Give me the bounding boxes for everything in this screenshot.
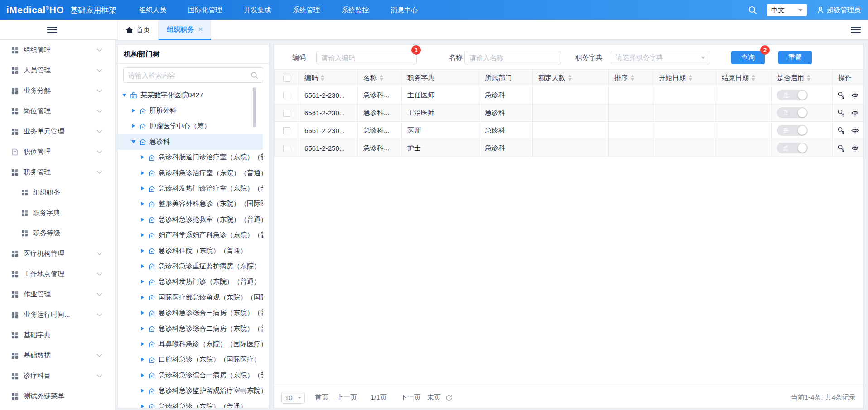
- close-icon[interactable]: ×: [198, 25, 203, 33]
- caret-collapsed-icon[interactable]: [140, 295, 145, 300]
- tab-home[interactable]: 首页: [117, 20, 159, 40]
- sidebar-item-biz-unit-mgmt[interactable]: 业务单元管理: [0, 121, 115, 142]
- caret-collapsed-icon[interactable]: [131, 124, 135, 129]
- col-header-end-date[interactable]: 结束日期: [722, 74, 749, 82]
- tree-node-dept[interactable]: 急诊科发热门诊治疗室（东院）（普通）: [118, 181, 263, 196]
- tree-node-hospital[interactable]: 某某数字化医院0427: [118, 87, 263, 103]
- detail-search-icon[interactable]: [837, 127, 845, 134]
- sidebar-item-biz-decompose[interactable]: 业务分解: [0, 81, 115, 101]
- sort-icon[interactable]: [321, 75, 324, 81]
- caret-collapsed-icon[interactable]: [140, 388, 145, 393]
- code-filter-input[interactable]: [316, 51, 417, 64]
- tree-search-input[interactable]: [128, 72, 251, 79]
- view-icon[interactable]: [851, 109, 859, 117]
- caret-collapsed-icon[interactable]: [140, 326, 145, 331]
- sidebar-item-medical-org-mgmt[interactable]: 医疗机构管理: [0, 243, 115, 264]
- table-row[interactable]: 6561-2-230... 急诊科... 医师 急诊科 是: [275, 122, 863, 139]
- top-menu-item-org-person[interactable]: 组织人员: [128, 0, 177, 20]
- tree-node-dept[interactable]: 急诊科急诊（东院）（普通）: [118, 399, 263, 408]
- tab-org-position[interactable]: 组织职务 ×: [159, 20, 211, 40]
- sidebar-collapse-icon[interactable]: [47, 27, 57, 33]
- row-checkbox[interactable]: [283, 127, 290, 134]
- caret-collapsed-icon[interactable]: [140, 342, 145, 347]
- tree-node-dept[interactable]: 急诊科急诊综合二病房（东院）（普通）: [118, 321, 263, 336]
- sidebar-item-position-mgmt[interactable]: 职位管理: [0, 142, 115, 162]
- enabled-toggle[interactable]: 是: [777, 107, 808, 118]
- top-menu-item-i18n[interactable]: 国际化管理: [177, 0, 233, 20]
- caret-collapsed-icon[interactable]: [140, 264, 145, 269]
- enabled-toggle[interactable]: 是: [777, 143, 808, 153]
- tree-node-dept[interactable]: 急诊科发热门诊（东院）（普通）: [118, 274, 263, 290]
- sidebar-item-base-data[interactable]: 基础数据: [0, 345, 115, 366]
- sidebar-item-person-mgmt[interactable]: 人员管理: [0, 60, 115, 81]
- tree-node-dept[interactable]: 急诊科急诊综合三病房（东院）（普通）: [118, 305, 263, 320]
- caret-collapsed-icon[interactable]: [140, 248, 145, 253]
- sidebar-item-test-external-link[interactable]: 测试外链菜单: [0, 386, 115, 406]
- col-header-start-date[interactable]: 开始日期: [659, 74, 686, 82]
- row-checkbox[interactable]: [283, 92, 290, 99]
- caret-collapsed-icon[interactable]: [140, 404, 145, 408]
- sidebar-item-duty-dict[interactable]: 职务字典: [0, 203, 115, 223]
- search-icon[interactable]: [748, 5, 757, 14]
- view-icon[interactable]: [851, 91, 859, 99]
- name-filter-input[interactable]: [464, 51, 561, 64]
- sidebar-item-workplace-mgmt[interactable]: 工作地点管理: [0, 264, 115, 284]
- detail-search-icon[interactable]: [837, 144, 845, 152]
- prev-page-link[interactable]: 上一页: [337, 393, 357, 402]
- tree-node-dept[interactable]: 急诊科急诊抢救室（东院）（普通）: [118, 212, 263, 227]
- tree-node-dept[interactable]: 妇产科学系妇产科急诊（东院）（普通）: [118, 228, 263, 243]
- tree-node-dept[interactable]: 肿瘤医学中心（筹）: [118, 119, 263, 134]
- language-select[interactable]: 中文: [767, 4, 807, 16]
- caret-collapsed-icon[interactable]: [140, 373, 145, 378]
- table-row[interactable]: 6561-2-230... 急诊科... 主治医师 急诊科 是: [275, 104, 863, 122]
- tree-horizontal-scrollbar[interactable]: [239, 389, 247, 392]
- tree-node-dept[interactable]: 急诊科肠道门诊治疗室（东院）（普通）: [118, 150, 263, 165]
- top-menu-item-message[interactable]: 消息中心: [380, 0, 429, 20]
- sort-icon[interactable]: [752, 75, 755, 81]
- table-row[interactable]: 6561-2-230... 急诊科... 主任医师 急诊科 是: [275, 86, 863, 104]
- search-button[interactable]: 查询: [731, 51, 765, 64]
- caret-collapsed-icon[interactable]: [140, 357, 145, 362]
- caret-expanded-icon[interactable]: [131, 140, 136, 144]
- tree-node-dept[interactable]: 急诊科急诊重症监护病房（东院）: [118, 258, 263, 274]
- sort-icon[interactable]: [380, 75, 383, 81]
- tree-node-dept[interactable]: 口腔科急诊（东院）（国际医疗）: [118, 352, 263, 367]
- col-header-sort[interactable]: 排序: [614, 74, 628, 82]
- caret-collapsed-icon[interactable]: [140, 171, 145, 176]
- next-page-link[interactable]: 下一页: [400, 393, 421, 402]
- caret-collapsed-icon[interactable]: [140, 310, 145, 315]
- col-header-code[interactable]: 编码: [304, 74, 318, 82]
- col-header-quota[interactable]: 额定人数: [538, 74, 565, 82]
- detail-search-icon[interactable]: [837, 109, 845, 117]
- tree-node-dept[interactable]: 肝脏外科: [118, 103, 263, 118]
- first-page-link[interactable]: 首页: [315, 393, 328, 402]
- table-row[interactable]: 6561-2-250... 急诊科... 护士 急诊科 是: [275, 139, 863, 157]
- sort-icon[interactable]: [807, 75, 810, 81]
- tree-node-dept[interactable]: 急诊科急诊综合一病房（东院）（普通）: [118, 367, 263, 383]
- page-size-select[interactable]: 10: [281, 392, 305, 404]
- enabled-toggle[interactable]: 是: [777, 125, 808, 136]
- sidebar-item-biz-runtime[interactable]: 业务运行时间...: [0, 305, 115, 325]
- sort-icon[interactable]: [689, 75, 692, 81]
- select-all-checkbox[interactable]: [283, 75, 290, 82]
- sidebar-item-duty-mgmt[interactable]: 职务管理: [0, 162, 115, 182]
- sidebar-item-post-mgmt[interactable]: 岗位管理: [0, 101, 115, 121]
- tree-node-dept[interactable]: 国际医疗部急诊留观（东院）（国际医疗）: [118, 290, 263, 305]
- user-menu[interactable]: 超级管理员: [817, 6, 861, 14]
- tree-node-dept-selected[interactable]: 急诊科: [118, 134, 263, 149]
- caret-collapsed-icon[interactable]: [140, 217, 145, 222]
- enabled-toggle[interactable]: 是: [777, 90, 808, 100]
- tree-node-dept[interactable]: 整形美容外科急诊（东院）（国际医疗）: [118, 196, 263, 212]
- top-menu-item-monitor[interactable]: 系统监控: [331, 0, 380, 20]
- detail-search-icon[interactable]: [837, 91, 845, 99]
- sidebar-item-org-mgmt[interactable]: 组织管理: [0, 40, 115, 60]
- sidebar-item-treatment-subject[interactable]: 诊疗科目: [0, 366, 115, 386]
- tree-vertical-scrollbar[interactable]: [253, 87, 256, 127]
- tree-node-dept[interactable]: 耳鼻喉科急诊（东院）（国际医疗）: [118, 336, 263, 352]
- last-page-link[interactable]: 末页: [427, 393, 441, 402]
- dict-filter-select[interactable]: 请选择职务字典: [611, 51, 710, 64]
- refresh-icon[interactable]: [445, 394, 453, 401]
- sidebar-item-base-dict[interactable]: 基础字典: [0, 325, 115, 345]
- row-checkbox[interactable]: [283, 145, 290, 152]
- tab-menu-icon[interactable]: [851, 27, 861, 33]
